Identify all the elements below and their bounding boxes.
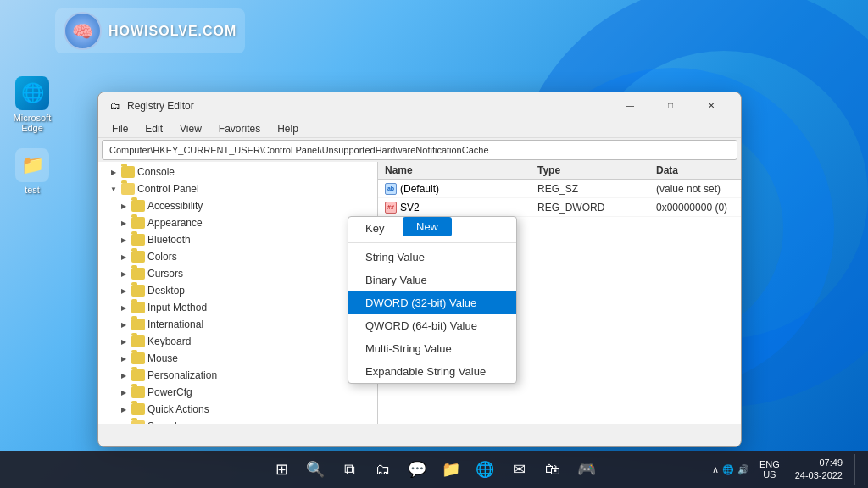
menu-help[interactable]: Help [270,121,305,136]
maximize-button[interactable]: □ [651,92,690,119]
arrow-personalization: ▶ [119,370,129,380]
arrow-sound: ▼ [119,421,129,424]
tree-item-colors[interactable]: ▶ Colors [98,248,377,265]
tree-label-appearance: Appearance [147,217,203,229]
tree-label-console: Console [137,166,175,178]
folder-icon-controlpanel [121,183,135,195]
tree-item-controlpanel[interactable]: ▼ Control Panel [98,180,377,197]
reg-name-default: (Default) [400,183,439,195]
arrow-colors: ▶ [119,252,129,262]
window-icon: 🗂 [108,99,122,113]
taskbar-chat-button[interactable]: 💬 [402,454,432,485]
close-button[interactable]: ✕ [692,92,731,119]
arrow-bluetooth: ▶ [119,235,129,245]
clock-date: 24-03-2022 [795,469,843,482]
registry-tree[interactable]: ▶ Console ▼ Control Panel ▶ Accessibilit… [98,162,378,424]
tree-label-international: International [147,319,203,330]
menu-file[interactable]: File [105,121,135,136]
tree-label-keyboard: Keyboard [147,336,191,347]
reg-icon-default: ab [385,183,397,195]
watermark-logo: 🧠 [64,12,102,50]
tree-item-inputmethod[interactable]: ▶ Input Method [98,299,377,316]
address-bar[interactable]: Computer\HKEY_CURRENT_USER\Control Panel… [102,140,737,160]
col-header-data: Data [656,164,734,176]
taskbar-start-button[interactable]: ⊞ [266,454,297,485]
tree-item-personalization[interactable]: ▶ Personalization [98,367,377,384]
menu-favorites[interactable]: Favorites [212,121,267,136]
tree-item-international[interactable]: ▶ International [98,316,377,333]
arrow-powercfg: ▶ [119,387,129,397]
desktop-icon-test[interactable]: 📁 test [7,148,58,195]
folder-icon-sound [131,420,145,424]
desktop-icon-edge[interactable]: 🌐 Microsoft Edge [7,76,58,133]
ctx-item-multistring-value[interactable]: Multi-String Value [348,337,516,360]
taskbar-mail-button[interactable]: ✉ [504,454,534,485]
test-folder-icon: 📁 [15,148,49,182]
tree-item-sound[interactable]: ▼ Sound [98,418,377,424]
tree-item-cursors[interactable]: ▶ Cursors [98,265,377,282]
watermark-text: HOWISOLVE.COM [108,24,236,39]
reg-type-default: REG_SZ [537,183,656,195]
ctx-item-expandable-string-value[interactable]: Expandable String Value [348,360,516,383]
ctx-item-dword-value[interactable]: DWORD (32-bit) Value [348,291,516,314]
col-header-name: Name [385,164,537,176]
taskbar-explorer-button[interactable]: 🗂 [368,454,398,485]
menu-view[interactable]: View [173,121,209,136]
address-bar-text: Computer\HKEY_CURRENT_USER\Control Panel… [109,145,489,155]
arrow-international: ▶ [119,319,129,330]
menu-edit[interactable]: Edit [138,121,170,136]
context-menu: Key String Value Binary Value DWORD (32-… [348,216,517,384]
menu-bar: File Edit View Favorites Help [98,119,741,138]
folder-icon-quickactions [131,403,145,415]
tree-item-console[interactable]: ▶ Console [98,164,377,180]
folder-icon-console [121,166,135,178]
arrow-controlpanel: ▼ [108,184,119,194]
taskbar-xbox-button[interactable]: 🎮 [571,454,602,485]
taskbar-right: ∧ 🌐 🔊 ENG US 07:49 24-03-2022 [712,454,860,485]
ctx-item-qword-value[interactable]: QWORD (64-bit) Value [348,314,516,337]
tree-item-appearance[interactable]: ▶ Appearance [98,214,377,231]
new-button[interactable]: New [403,217,452,236]
edge-icon: 🌐 [15,76,49,110]
registry-header: Name Type Data [378,162,741,180]
taskbar-edge-button[interactable]: 🌐 [470,454,500,485]
systray-icons: ∧ 🌐 🔊 [712,464,749,475]
registry-row-default[interactable]: ab (Default) REG_SZ (value not set) [378,180,741,198]
tree-item-desktop[interactable]: ▶ Desktop [98,282,377,299]
tree-item-mouse[interactable]: ▶ Mouse [98,350,377,367]
taskbar-taskview-button[interactable]: ⧉ [334,454,364,485]
tree-label-powercfg: PowerCfg [147,386,192,398]
taskbar-files-button[interactable]: 📁 [436,454,466,485]
test-label: test [25,185,40,195]
reg-type-sv2: REG_DWORD [537,202,656,214]
window-titlebar: 🗂 Registry Editor — □ ✕ [98,92,741,119]
folder-icon-powercfg [131,386,145,398]
taskbar: ⊞ 🔍 ⧉ 🗂 💬 📁 🌐 ✉ 🛍 🎮 ∧ 🌐 🔊 ENG US 07:49 2… [0,451,868,488]
taskbar-language[interactable]: ENG US [756,459,783,480]
reg-data-sv2: 0x00000000 (0) [656,202,734,214]
tree-label-inputmethod: Input Method [147,302,207,313]
folder-icon-colors [131,251,145,263]
arrow-appearance: ▶ [119,218,129,228]
tree-item-keyboard[interactable]: ▶ Keyboard [98,333,377,350]
arrow-mouse: ▶ [119,353,129,363]
reg-icon-sv2: ## [385,202,397,214]
window-controls: — □ ✕ [610,92,731,119]
edge-label: Microsoft Edge [7,113,58,133]
ctx-item-string-value[interactable]: String Value [348,246,516,269]
systray-up-arrow[interactable]: ∧ [712,464,719,475]
taskbar-store-button[interactable]: 🛍 [537,454,568,485]
taskbar-clock[interactable]: 07:49 24-03-2022 [790,457,848,483]
taskbar-center: ⊞ 🔍 ⧉ 🗂 💬 📁 🌐 ✉ 🛍 🎮 [266,454,602,485]
taskbar-search-button[interactable]: 🔍 [300,454,331,485]
tree-item-quickactions[interactable]: ▶ Quick Actions [98,401,377,418]
tree-item-bluetooth[interactable]: ▶ Bluetooth [98,231,377,248]
show-desktop-button[interactable] [854,454,860,485]
tree-label-cursors: Cursors [147,268,183,280]
ctx-item-binary-value[interactable]: Binary Value [348,269,516,291]
minimize-button[interactable]: — [610,92,649,119]
arrow-keyboard: ▶ [119,336,129,347]
tree-item-powercfg[interactable]: ▶ PowerCfg [98,384,377,401]
tree-item-accessibility[interactable]: ▶ Accessibility [98,197,377,214]
registry-row-sv2[interactable]: ## SV2 REG_DWORD 0x00000000 (0) [378,198,741,217]
